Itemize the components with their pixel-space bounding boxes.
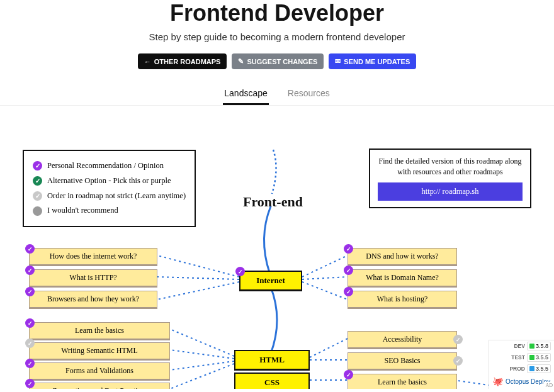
octopus-icon: 🐙: [492, 376, 503, 386]
suggest-changes-button[interactable]: ✎ SUGGEST CHANGES: [232, 53, 324, 69]
check-icon: ✓: [453, 335, 463, 344]
node-sub[interactable]: How does the internet work?: [29, 248, 157, 266]
node-sub[interactable]: Writing Semantic HTML: [29, 342, 170, 361]
check-icon: ✓: [33, 176, 42, 186]
node-sub[interactable]: SEO Basics: [348, 352, 457, 371]
header-button-row: ← OTHER ROADMAPS ✎ SUGGEST CHANGES ✉ SEN…: [0, 53, 554, 69]
roadmap-canvas: ✓Personal Recommendation / Opinion ✓Alte…: [0, 112, 554, 389]
node-internet[interactable]: Internet: [239, 271, 302, 291]
mail-icon: ✉: [335, 57, 341, 65]
legend-item: Alternative Option - Pick this or purple: [47, 174, 171, 189]
node-sub[interactable]: Accessibility: [348, 331, 457, 349]
ad-env: TEST: [511, 354, 525, 361]
node-sub[interactable]: What is Domain Name?: [348, 269, 457, 288]
legend-item: Personal Recommendation / Opinion: [47, 159, 164, 174]
check-icon: ✓: [25, 379, 35, 388]
ad-version: 3.5.5: [536, 366, 548, 372]
node-html[interactable]: HTML: [234, 350, 310, 371]
check-icon: ✓: [344, 244, 353, 254]
node-sub[interactable]: DNS and how it works?: [348, 248, 457, 266]
check-icon: ✓: [25, 287, 35, 296]
tab-landscape[interactable]: Landscape: [223, 83, 269, 105]
node-sub[interactable]: Browsers and how they work?: [29, 291, 157, 309]
send-updates-label: SEND ME UPDATES: [344, 58, 410, 65]
check-icon: ✓: [453, 356, 463, 366]
tabs: Landscape Resources: [0, 83, 554, 106]
ad-tag: AD: [544, 382, 554, 389]
ad-version: 3.5.5: [536, 354, 548, 361]
check-icon: ✓: [344, 370, 353, 379]
root-label: Front-end: [243, 194, 303, 210]
roadmap-link-button[interactable]: http:// roadmap.sh: [378, 182, 523, 201]
other-roadmaps-button[interactable]: ← OTHER ROADMAPS: [138, 53, 227, 69]
check-icon: ✓: [25, 318, 35, 328]
ad-env: PROD: [509, 366, 525, 372]
status-icon: [529, 366, 534, 371]
edit-icon: ✎: [238, 57, 244, 65]
node-sub[interactable]: Learn the basics: [29, 322, 170, 340]
ad-env: DEV: [514, 343, 524, 349]
check-icon: ✓: [344, 287, 353, 296]
node-sub[interactable]: Learn the basics: [348, 374, 457, 389]
legend-item: I wouldn't recommend: [47, 203, 118, 218]
send-updates-button[interactable]: ✉ SEND ME UPDATES: [329, 53, 416, 69]
node-css[interactable]: CSS: [234, 372, 310, 389]
dot-icon: [33, 206, 42, 216]
ad-version: 3.5.8: [536, 343, 548, 349]
status-icon: [529, 355, 534, 360]
status-icon: [529, 344, 534, 349]
node-sub[interactable]: What is hosting?: [348, 291, 457, 309]
node-sub[interactable]: Forms and Validations: [29, 362, 170, 381]
detail-box: Find the detailed version of this roadma…: [369, 148, 531, 208]
legend-item: Order in roadmap not strict (Learn anyti…: [47, 189, 186, 204]
suggest-changes-label: SUGGEST CHANGES: [247, 58, 317, 65]
node-sub[interactable]: What is HTTP?: [29, 269, 157, 288]
node-sub[interactable]: Conventions and Best Practices: [29, 383, 170, 389]
tab-resources[interactable]: Resources: [286, 83, 331, 105]
check-icon: ✓: [33, 191, 42, 201]
page-subtitle: Step by step guide to becoming a modern …: [0, 31, 554, 42]
check-icon: ✓: [235, 267, 245, 276]
legend-box: ✓Personal Recommendation / Opinion ✓Alte…: [23, 150, 196, 227]
detail-text: Find the detailed version of this roadma…: [378, 156, 523, 177]
check-icon: ✓: [25, 244, 35, 254]
check-icon: ✓: [25, 339, 35, 348]
page-title: Frontend Developer: [0, 0, 554, 26]
other-roadmaps-label: OTHER ROADMAPS: [154, 58, 221, 65]
check-icon: ✓: [25, 359, 35, 368]
check-icon: ✓: [25, 266, 35, 275]
arrow-left-icon: ←: [144, 58, 151, 65]
check-icon: ✓: [344, 266, 353, 275]
check-icon: ✓: [33, 161, 42, 171]
